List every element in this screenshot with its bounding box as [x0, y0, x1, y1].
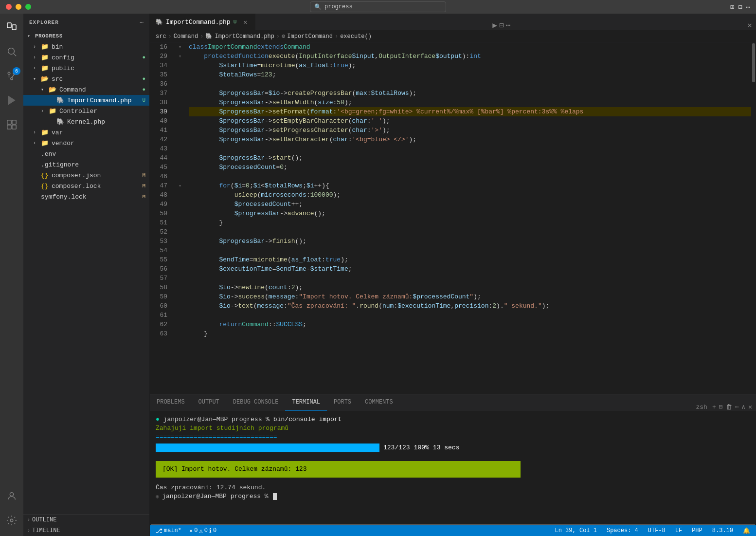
add-terminal-icon[interactable]: +: [712, 404, 716, 411]
terminal-content[interactable]: ● janpolzer@Jan—MBP progress % bin/conso…: [150, 411, 756, 523]
code-line-38: $progressBar->setBarWidth(size: 50);: [189, 98, 751, 107]
notification-icon[interactable]: 🔔: [741, 525, 752, 536]
sidebar-label-symfonylock: symfony.lock: [41, 193, 142, 201]
timeline-section[interactable]: › TIMELINE: [23, 525, 149, 536]
chevron-down-icon: ▾: [33, 76, 41, 82]
code-line-62: return Command::SUCCESS;: [189, 320, 751, 329]
chevron-right-icon: ›: [33, 55, 41, 60]
fold-indicator[interactable]: ▾: [175, 181, 185, 190]
sidebar-item-composerlock[interactable]: {} composer.lock M: [23, 181, 149, 191]
eol[interactable]: LF: [673, 525, 684, 536]
cursor-position[interactable]: Ln 39, Col 1: [553, 525, 599, 536]
time-message: Čas zpracování: 12.74 sekund.: [156, 484, 266, 491]
svg-marker-7: [9, 96, 15, 105]
fold-indicator[interactable]: ▾: [175, 52, 185, 61]
explorer-icon[interactable]: [0, 16, 23, 39]
svg-point-4: [8, 72, 10, 74]
indentation[interactable]: Spaces: 4: [605, 525, 640, 536]
svg-point-12: [10, 493, 13, 496]
split-terminal-icon[interactable]: ⊟: [719, 403, 723, 411]
sidebar-item-kernel[interactable]: 🐘 Kernel.php: [23, 116, 149, 127]
run-debug-icon[interactable]: [0, 89, 23, 112]
source-control-icon[interactable]: 6: [0, 64, 23, 88]
tab-terminal[interactable]: TERMINAL: [285, 394, 327, 411]
tab-comments[interactable]: COMMENTS: [358, 394, 400, 411]
maximize-button[interactable]: [25, 4, 31, 10]
more-terminal-icon[interactable]: ⋯: [735, 403, 739, 411]
sidebar-item-src[interactable]: ▾ 📂 src ●: [23, 74, 149, 84]
sidebar-item-var[interactable]: › 📁 var: [23, 127, 149, 138]
sidebar-item-importcommand[interactable]: 🐘 ImportCommand.php U: [23, 95, 149, 106]
kill-terminal-icon[interactable]: 🗑: [726, 404, 732, 411]
final-prompt-text: janpolzer@Jan—MBP progress %: [162, 493, 272, 500]
modified-badge: ●: [142, 76, 145, 82]
tab-problems[interactable]: PROBLEMS: [150, 394, 192, 411]
close-panel-icon[interactable]: ✕: [747, 20, 752, 30]
cursor: [273, 493, 277, 500]
code-line-40: $progressBar->setEmptyBarCharacter(char:…: [189, 116, 751, 126]
minimize-button[interactable]: [16, 4, 21, 10]
php-version[interactable]: 8.3.10: [710, 525, 735, 536]
warning-icon: △: [199, 527, 202, 535]
modified-badge: ●: [142, 55, 145, 60]
terminal-output-title: Zahajuji import studijních programů: [156, 424, 750, 433]
split-editor-icon[interactable]: ⊟: [499, 20, 504, 30]
encoding[interactable]: UTF-8: [646, 525, 667, 536]
tab-output[interactable]: OUTPUT: [192, 394, 226, 411]
language-mode[interactable]: PHP: [690, 525, 704, 536]
code-editor[interactable]: 16 29 34 35 36 37 38 39 40 41 42 43 44 4…: [150, 42, 756, 394]
sidebar-item-composerjson[interactable]: {} composer.json M: [23, 170, 149, 181]
tab-close-button[interactable]: ✕: [241, 18, 249, 26]
account-icon[interactable]: [0, 484, 23, 508]
code-content[interactable]: class ImportCommand extends Command prot…: [185, 42, 751, 394]
close-button[interactable]: [6, 4, 12, 10]
panel-chevron-icon[interactable]: ∧: [741, 403, 745, 411]
outline-label: OUTLINE: [32, 517, 56, 523]
extensions-icon[interactable]: [0, 113, 23, 136]
sidebar-item-public[interactable]: › 📁 public: [23, 63, 149, 74]
outline-section[interactable]: › OUTLINE: [23, 515, 149, 525]
editor-area: 🐘 ImportCommand.php U ✕ ▶ ⊟ ⋯ ✕ src › Co…: [150, 14, 756, 536]
sidebar-item-env[interactable]: .env: [23, 148, 149, 159]
tab-debug-console[interactable]: DEBUG CONSOLE: [226, 394, 286, 411]
sidebar-item-gitignore[interactable]: .gitignore: [23, 159, 149, 170]
progress-pct: 100%: [414, 444, 429, 452]
fold-indicator[interactable]: ▾: [175, 42, 185, 52]
search-bar[interactable]: 🔍 progress: [310, 1, 446, 12]
layout-icon[interactable]: ⊟: [738, 3, 742, 11]
vertical-scrollbar[interactable]: [751, 42, 756, 394]
ok-message: [OK] Import hotov. Celkem záznamů: 123: [162, 465, 306, 473]
settings-icon[interactable]: [0, 509, 23, 532]
run-icon[interactable]: ▶: [492, 20, 497, 30]
more-actions-icon[interactable]: ⋯: [506, 20, 511, 30]
code-line-46: [189, 172, 751, 181]
sidebar-item-controller[interactable]: › 📁 Controller: [23, 106, 149, 116]
sidebar-item-symfonylock[interactable]: symfony.lock M: [23, 191, 149, 202]
close-panel-icon[interactable]: ✕: [748, 403, 752, 411]
panel-tab-actions: zsh + ⊟ 🗑 ⋯ ∧ ✕: [692, 403, 756, 411]
timeline-label: TIMELINE: [32, 527, 60, 534]
shell-label: zsh: [696, 404, 707, 411]
no-arrow: [49, 98, 56, 103]
folder-icon: 📁: [41, 43, 50, 51]
search-icon[interactable]: [0, 40, 23, 63]
sidebar-item-vendor[interactable]: › 📁 vendor: [23, 138, 149, 148]
tab-importcommand[interactable]: 🐘 ImportCommand.php U ✕: [150, 14, 255, 30]
sidebar-item-bin[interactable]: › 📁 bin: [23, 41, 149, 52]
sidebar-item-command[interactable]: ▾ 📂 Command ●: [23, 84, 149, 95]
split-editor-icon[interactable]: ⊞: [730, 3, 734, 11]
folder-icon: 📁: [41, 54, 50, 61]
sidebar-label-env: .env: [41, 150, 149, 158]
language-text: PHP: [692, 527, 702, 534]
code-line-35: $totalRows = 123;: [189, 70, 751, 79]
more-icon[interactable]: ⋯: [746, 3, 750, 11]
tab-ports[interactable]: PORTS: [327, 394, 358, 411]
warning-num: 0: [204, 527, 208, 534]
line-numbers: 16 29 34 35 36 37 38 39 40 41 42 43 44 4…: [150, 42, 175, 394]
error-count[interactable]: ✕ 0 △ 0 ℹ 0: [187, 525, 218, 536]
new-file-icon[interactable]: ⋯: [140, 18, 144, 26]
branch-indicator[interactable]: ⎇ main*: [154, 525, 183, 536]
sidebar-item-progress[interactable]: ▾ PROGRESS: [23, 31, 149, 41]
sidebar-item-config[interactable]: › 📁 config ●: [23, 52, 149, 63]
sidebar-actions: ⋯: [140, 18, 144, 26]
